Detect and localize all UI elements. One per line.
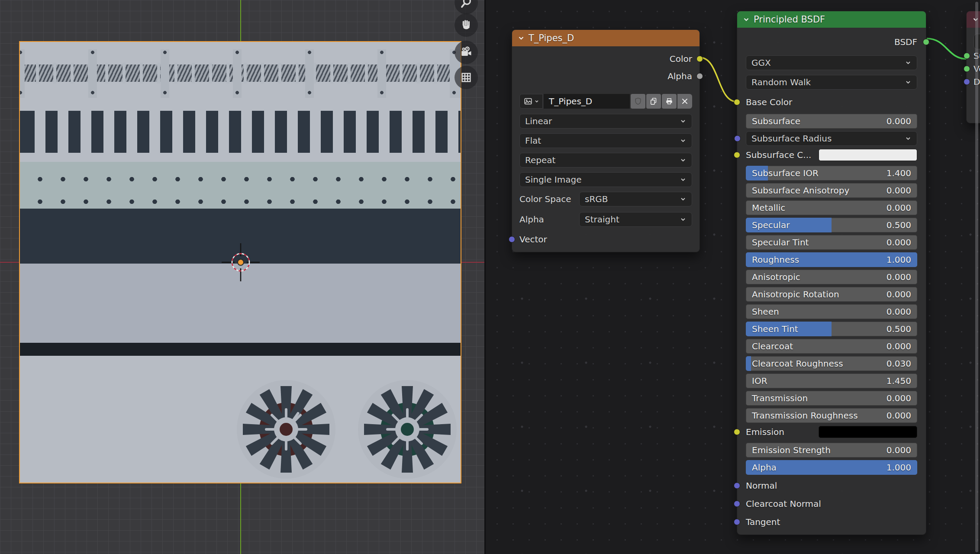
subsurface-ior-slider[interactable]: Subsurface IOR 1.400	[746, 166, 917, 180]
source-dropdown[interactable]: Single Image	[519, 172, 692, 187]
specular-slider[interactable]: Specular 0.500	[746, 218, 917, 232]
chevron-down-icon	[680, 137, 687, 144]
subsurface-slider[interactable]: Subsurface 0.000	[746, 114, 917, 129]
emission-color-swatch[interactable]	[819, 426, 917, 438]
image-editor-region[interactable]	[0, 0, 484, 554]
bsdf-output-socket[interactable]	[923, 39, 929, 45]
pan-hand-icon	[460, 19, 473, 32]
projection-value: Flat	[525, 135, 541, 146]
alpha-mode-label: Alpha	[519, 214, 577, 225]
subsurface-color-swatch[interactable]	[819, 149, 917, 161]
grid-icon	[460, 71, 473, 84]
image-browse-button[interactable]	[519, 94, 543, 109]
vector-input-socket[interactable]	[509, 236, 515, 243]
bsdf-output-row: BSDF	[746, 35, 917, 48]
interpolation-dropdown[interactable]: Linear	[519, 114, 692, 129]
sheen-slider[interactable]: Sheen 0.000	[746, 304, 917, 319]
transmission-slider[interactable]: Transmission 0.000	[746, 391, 917, 406]
chevron-down-icon	[905, 59, 912, 66]
color-output-socket[interactable]	[696, 56, 703, 62]
principled-node-header[interactable]: Principled BSDF	[737, 11, 926, 28]
color-space-value: sRGB	[585, 194, 608, 204]
image-name-field[interactable]: T_Pipes_D	[544, 94, 630, 109]
fake-user-button[interactable]	[631, 94, 645, 109]
copy-datablock-button[interactable]	[646, 94, 661, 109]
volume-input-socket[interactable]	[964, 66, 970, 72]
emission-strength-slider[interactable]: Emission Strength 0.000	[746, 443, 917, 457]
image-texture-node[interactable]: T_Pipes_D Color Alpha	[512, 29, 700, 252]
pan-gizmo-button[interactable]	[455, 13, 478, 37]
vector-input-label: Vector	[519, 234, 547, 245]
chevron-down-icon	[534, 99, 539, 104]
alpha-output-socket[interactable]	[696, 73, 703, 80]
tangent-input-row: Tangent	[746, 515, 917, 528]
clearcoat-normal-input-socket[interactable]	[734, 501, 740, 507]
projection-dropdown[interactable]: Flat	[519, 133, 692, 148]
camera-view-icon	[459, 45, 473, 59]
alpha-mode-dropdown[interactable]: Straight	[579, 212, 692, 227]
bsdf-output-label: BSDF	[894, 37, 917, 47]
texture-vent-slots	[20, 111, 461, 153]
unlink-image-button[interactable]	[677, 94, 692, 109]
subsurface-radius-socket[interactable]	[734, 135, 741, 142]
sheen-tint-slider[interactable]: Sheen Tint 0.500	[746, 322, 917, 336]
texture-band-dark	[20, 209, 461, 264]
vertical-scrollbar[interactable]	[975, 2, 978, 552]
clearcoat-slider[interactable]: Clearcoat 0.000	[746, 339, 917, 354]
zoom-gizmo-button[interactable]	[455, 0, 478, 14]
color-space-row: Color Space sRGB	[519, 192, 692, 206]
unlink-x-icon	[680, 97, 689, 106]
zoom-magnifier-icon	[460, 0, 473, 9]
subsurface-radius-dropdown[interactable]: Subsurface Radius	[746, 131, 917, 146]
roughness-slider[interactable]: Roughness 1.000	[746, 252, 917, 267]
color-space-dropdown[interactable]: sRGB	[579, 192, 692, 206]
tangent-input-socket[interactable]	[734, 519, 740, 525]
clearcoat-roughness-slider[interactable]: Clearcoat Roughness 0.030	[746, 356, 917, 371]
camera-view-gizmo-button[interactable]	[455, 41, 478, 64]
base-color-input-row: Base Color	[746, 96, 917, 109]
anisotropic-rotation-slider[interactable]: Anisotropic Rotation 0.000	[746, 287, 917, 302]
extension-dropdown[interactable]: Repeat	[519, 153, 692, 167]
clearcoat-normal-input-row: Clearcoat Normal	[746, 497, 917, 510]
chevron-down-icon	[680, 216, 687, 223]
subsurface-anisotropy-slider[interactable]: Subsurface Anisotropy 0.000	[746, 183, 917, 198]
image-texture-node-header[interactable]: T_Pipes_D	[512, 30, 700, 46]
image-datablock-row: T_Pipes_D	[519, 94, 692, 109]
anisotropic-slider[interactable]: Anisotropic 0.000	[746, 270, 917, 284]
collapse-chevron-icon[interactable]	[517, 34, 525, 42]
emission-socket[interactable]	[734, 429, 740, 435]
metallic-slider[interactable]: Metallic 0.000	[746, 200, 917, 215]
texture-screws-bottom-row	[20, 90, 461, 95]
transmission-roughness-slider[interactable]: Transmission Roughness 0.000	[746, 408, 917, 423]
subsurface-color-socket[interactable]	[734, 152, 740, 158]
principled-bsdf-node[interactable]: Principled BSDF BSDF GGX Random Walk	[737, 11, 926, 535]
ior-slider[interactable]: IOR 1.450	[746, 374, 917, 388]
chevron-down-icon	[680, 196, 687, 203]
vector-input-row: Vector	[519, 233, 692, 246]
base-color-input-socket[interactable]	[734, 99, 740, 106]
node-title: T_Pipes_D	[529, 33, 574, 43]
color-output-row: Color	[519, 52, 692, 65]
subsurface-method-value: Random Walk	[751, 77, 811, 87]
collapse-chevron-icon[interactable]	[742, 16, 750, 23]
texture-image-canvas[interactable]	[19, 41, 461, 483]
surface-input-socket[interactable]	[964, 53, 970, 59]
normal-input-socket[interactable]	[734, 483, 740, 489]
texture-rivets-row-2	[20, 199, 461, 204]
distribution-dropdown[interactable]: GGX	[746, 55, 917, 70]
pack-button[interactable]	[662, 94, 677, 109]
chevron-down-icon	[905, 79, 912, 86]
alpha-slider[interactable]: Alpha 1.000	[746, 460, 917, 475]
copy-datablock-icon	[649, 97, 658, 106]
subsurface-method-dropdown[interactable]: Random Walk	[746, 75, 917, 90]
extension-value: Repeat	[525, 155, 555, 165]
pack-icon	[665, 97, 674, 106]
texture-band-stripe	[20, 343, 461, 356]
image-name-value: T_Pipes_D	[549, 96, 592, 106]
specular-tint-slider[interactable]: Specular Tint 0.000	[746, 235, 917, 250]
grid-gizmo-button[interactable]	[455, 66, 478, 89]
chevron-down-icon	[680, 118, 687, 125]
displacement-input-socket[interactable]	[964, 79, 970, 85]
distribution-value: GGX	[751, 58, 771, 68]
texture-band-gray	[20, 264, 461, 343]
